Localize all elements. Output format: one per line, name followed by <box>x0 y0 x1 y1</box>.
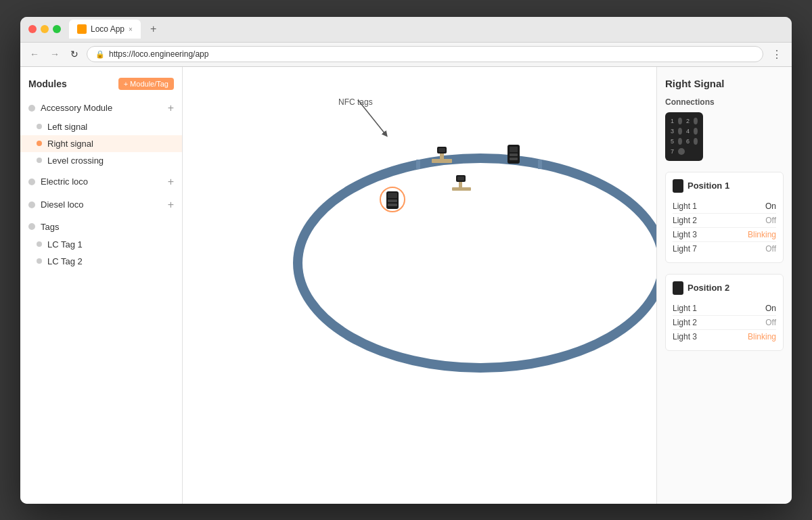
light-2-name: Light 2 <box>673 216 697 225</box>
sidebar-group-tags: Tags LC Tag 1 LC Tag 2 <box>20 218 182 270</box>
title-bar: Loco App × + <box>20 17 792 43</box>
position-2-label: Position 2 <box>687 283 729 293</box>
p2-light-1-name: Light 1 <box>673 304 697 313</box>
sidebar-item-right-signal-label: Right signal <box>47 139 93 149</box>
tab-close-button[interactable]: × <box>129 26 133 33</box>
browser-window: Loco App × + ← → ↻ 🔒 https://loco.engine… <box>20 17 792 504</box>
position-2-icon <box>673 281 683 295</box>
main-content: Modules + Module/Tag Accessory Module + … <box>20 67 792 504</box>
position-2-light-2: Light 2 Off <box>673 316 776 330</box>
traffic-lights <box>28 25 61 33</box>
p2-light-3-status: Blinking <box>748 332 776 341</box>
sidebar-item-right-signal[interactable]: Right signal <box>20 135 182 152</box>
address-bar: ← → ↻ 🔒 https://loco.engineering/app ⋮ <box>20 43 792 67</box>
tab-bar: Loco App × + <box>69 20 784 39</box>
sidebar-group-accessory-label: Accessory Module <box>41 103 112 113</box>
sidebar-group-diesel-label: Diesel loco <box>41 199 84 210</box>
close-button[interactable] <box>28 25 37 33</box>
position-2-section: Position 2 Light 1 On Light 2 Off Light … <box>665 274 784 351</box>
sidebar-group-electric: Electric loco + <box>20 172 182 192</box>
group-dot-diesel <box>28 202 35 208</box>
light-1-status: On <box>765 202 776 211</box>
conn-pin-5 <box>678 138 682 145</box>
diesel-group-add-icon[interactable]: + <box>168 199 174 211</box>
position-2-header: Position 2 <box>673 281 776 295</box>
light-7-name: Light 7 <box>673 244 697 254</box>
connections-section: Connections 1 2 3 4 5 <box>665 97 784 161</box>
light-7-status: Off <box>765 244 776 254</box>
maximize-button[interactable] <box>53 25 61 33</box>
add-module-button[interactable]: + Module/Tag <box>118 78 174 90</box>
nfc-arrow-svg <box>352 101 406 141</box>
sidebar-group-accessory: Accessory Module + Left signal Right sig… <box>20 98 182 169</box>
sidebar-item-lc-tag-1[interactable]: LC Tag 1 <box>20 236 182 253</box>
conn-pin-3 <box>678 128 682 135</box>
conn-pin-2 <box>694 118 698 124</box>
new-tab-button[interactable]: + <box>146 22 160 37</box>
signal-device-3 <box>452 175 471 191</box>
group-add-icon[interactable]: + <box>168 102 174 114</box>
p2-light-3-name: Light 3 <box>673 332 697 341</box>
svg-line-0 <box>359 101 386 135</box>
light-3-status: Blinking <box>748 230 776 239</box>
svg-rect-18 <box>388 193 397 198</box>
forward-button[interactable]: → <box>47 47 62 61</box>
sidebar-item-level-crossing-label: Level crossing <box>47 156 104 166</box>
light-3-name: Light 3 <box>673 230 697 239</box>
sidebar-item-lc-tag-2[interactable]: LC Tag 2 <box>20 253 182 270</box>
item-dot-right-signal <box>37 141 42 146</box>
conn-row-4: 7 <box>671 148 698 155</box>
signal-device-selected <box>380 187 405 212</box>
light-1-name: Light 1 <box>673 202 697 211</box>
p2-light-1-status: On <box>765 304 776 313</box>
group-dot-accessory <box>28 105 35 112</box>
conn-row-3: 5 6 <box>671 138 698 145</box>
svg-rect-3 <box>538 160 542 169</box>
electric-group-add-icon[interactable]: + <box>168 176 174 188</box>
conn-pin-7 <box>678 148 685 155</box>
browser-tab[interactable]: Loco App × <box>69 20 141 39</box>
url-text: https://loco.engineering/app <box>109 49 208 59</box>
signal-device-1 <box>432 147 452 163</box>
svg-rect-19 <box>388 199 397 202</box>
lock-icon: 🔒 <box>95 50 105 59</box>
conn-pin-1 <box>678 118 682 124</box>
sidebar-item-level-crossing[interactable]: Level crossing <box>20 152 182 169</box>
signal-device-2 <box>508 145 520 164</box>
back-button[interactable]: ← <box>27 47 42 61</box>
reload-button[interactable]: ↻ <box>68 47 81 61</box>
sidebar-group-electric-header[interactable]: Electric loco + <box>20 172 182 192</box>
sidebar-group-diesel-header[interactable]: Diesel loco + <box>20 195 182 215</box>
group-dot-electric <box>28 179 35 185</box>
url-bar[interactable]: 🔒 https://loco.engineering/app <box>87 46 763 62</box>
sidebar-title: Modules <box>28 78 67 89</box>
svg-rect-7 <box>438 148 445 152</box>
conn-pin-6 <box>694 138 698 145</box>
sidebar: Modules + Module/Tag Accessory Module + … <box>20 67 183 504</box>
item-dot-lc-tag-2 <box>37 258 42 264</box>
connections-label: Connections <box>665 97 784 107</box>
sidebar-group-diesel: Diesel loco + <box>20 195 182 215</box>
sidebar-group-tags-header[interactable]: Tags <box>20 218 182 236</box>
minimize-button[interactable] <box>41 25 49 33</box>
group-dot-tags <box>28 223 35 230</box>
sidebar-item-left-signal[interactable]: Left signal <box>20 118 182 135</box>
canvas-area[interactable]: NFC tags <box>183 67 656 504</box>
sidebar-group-tags-label: Tags <box>41 222 59 232</box>
svg-rect-15 <box>457 176 464 181</box>
position-1-icon <box>673 179 683 193</box>
svg-rect-11 <box>510 158 518 160</box>
svg-rect-9 <box>510 147 518 152</box>
position-2-light-3: Light 3 Blinking <box>673 330 776 344</box>
svg-point-1 <box>298 158 656 368</box>
conn-row-1: 1 2 <box>671 118 698 124</box>
position-2-light-1: Light 1 On <box>673 302 776 316</box>
sidebar-group-accessory-header[interactable]: Accessory Module + <box>20 98 182 118</box>
sidebar-sub-items-tags: LC Tag 1 LC Tag 2 <box>20 236 182 270</box>
item-dot-lc-tag-1 <box>37 241 42 247</box>
sidebar-group-electric-label: Electric loco <box>41 176 88 187</box>
browser-menu-button[interactable]: ⋮ <box>769 48 785 61</box>
panel-title: Right Signal <box>665 78 784 89</box>
sidebar-item-left-signal-label: Left signal <box>47 122 87 132</box>
nfc-tags-label: NFC tags <box>338 95 373 108</box>
